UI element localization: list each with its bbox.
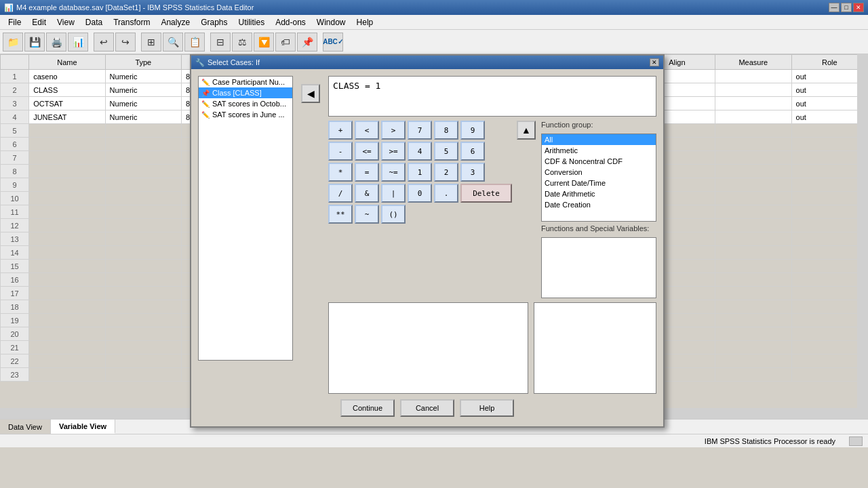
- value-labels-button[interactable]: 🏷: [275, 33, 296, 52]
- function-group-item[interactable]: Date Arithmetic: [542, 188, 656, 199]
- cell-name[interactable]: [29, 165, 105, 178]
- variable-list-item[interactable]: ✏️SAT scores in Octob...: [199, 98, 292, 109]
- redo-button[interactable]: ↪: [115, 33, 136, 52]
- cell-role[interactable]: [791, 368, 867, 382]
- cell-name[interactable]: [29, 368, 105, 382]
- cell-type[interactable]: [105, 246, 181, 260]
- cell-measure[interactable]: [715, 110, 791, 124]
- calc-3[interactable]: 3: [460, 163, 485, 182]
- cancel-button[interactable]: Cancel: [400, 399, 454, 417]
- cell-name[interactable]: [29, 151, 105, 165]
- variable-view-tab[interactable]: Variable View: [51, 420, 115, 434]
- cell-role[interactable]: [791, 165, 867, 178]
- cell-role[interactable]: out: [791, 110, 867, 124]
- cell-name[interactable]: [29, 287, 105, 300]
- expression-input[interactable]: CLASS = 1: [328, 76, 656, 117]
- calc-1[interactable]: 1: [408, 163, 432, 182]
- variable-list-item[interactable]: ✏️SAT scores in June ...: [199, 109, 292, 120]
- cell-role[interactable]: [791, 273, 867, 287]
- maximize-button[interactable]: □: [841, 3, 852, 12]
- cell-type[interactable]: [105, 165, 181, 178]
- menu-addons[interactable]: Add-ons: [270, 16, 311, 28]
- print-button[interactable]: 🖨️: [46, 33, 66, 52]
- insert-cases-button[interactable]: 📋: [184, 33, 205, 52]
- cell-role[interactable]: [791, 151, 867, 165]
- calc-not[interactable]: ~: [355, 205, 379, 224]
- cell-role[interactable]: [791, 341, 867, 354]
- calc-parens[interactable]: (): [381, 205, 406, 224]
- cell-role[interactable]: [791, 178, 867, 192]
- col-role-header[interactable]: Role: [791, 55, 867, 70]
- col-measure-header[interactable]: Measure: [715, 55, 791, 70]
- menu-window[interactable]: Window: [311, 16, 351, 28]
- calc-neq[interactable]: ~=: [381, 163, 406, 182]
- cell-type[interactable]: [105, 368, 181, 382]
- cell-type[interactable]: [105, 151, 181, 165]
- weight-cases-button[interactable]: ⚖: [232, 33, 252, 52]
- window-controls[interactable]: — □ ✕: [829, 3, 864, 12]
- cell-name[interactable]: [29, 273, 105, 287]
- calc-dot[interactable]: .: [434, 184, 458, 203]
- cell-type[interactable]: Numeric: [105, 83, 181, 97]
- use-sets-button[interactable]: 📌: [297, 33, 317, 52]
- cell-type[interactable]: [105, 287, 181, 300]
- cell-type[interactable]: [105, 273, 181, 287]
- calc-power[interactable]: **: [328, 205, 353, 224]
- cell-name[interactable]: [29, 341, 105, 354]
- menu-edit[interactable]: Edit: [26, 16, 52, 28]
- close-button[interactable]: ✕: [853, 3, 864, 12]
- cell-type[interactable]: [105, 354, 181, 368]
- cell-role[interactable]: [791, 205, 867, 219]
- cell-role[interactable]: [791, 246, 867, 260]
- cell-measure[interactable]: [715, 354, 791, 368]
- move-to-expression-button[interactable]: ◀: [301, 84, 320, 103]
- cell-measure[interactable]: [715, 314, 791, 327]
- cell-measure[interactable]: [715, 124, 791, 138]
- cell-name[interactable]: [29, 327, 105, 341]
- variable-list-item[interactable]: ✏️Case Participant Nu...: [199, 77, 292, 87]
- cell-type[interactable]: [105, 124, 181, 138]
- cell-role[interactable]: out: [791, 97, 867, 110]
- cell-role[interactable]: [791, 232, 867, 246]
- calc-plus[interactable]: +: [328, 121, 353, 140]
- menu-help[interactable]: Help: [351, 16, 379, 28]
- cell-name[interactable]: [29, 192, 105, 205]
- menu-file[interactable]: File: [3, 16, 26, 28]
- cell-type[interactable]: [105, 260, 181, 273]
- menu-analyze[interactable]: Analyze: [155, 16, 195, 28]
- cell-measure[interactable]: [715, 138, 791, 151]
- cell-type[interactable]: Numeric: [105, 70, 181, 83]
- cell-measure[interactable]: [715, 219, 791, 232]
- cell-role[interactable]: [791, 138, 867, 151]
- calc-4[interactable]: 4: [408, 142, 432, 161]
- cell-measure[interactable]: [715, 368, 791, 382]
- cell-measure[interactable]: [715, 205, 791, 219]
- calc-2[interactable]: 2: [434, 163, 458, 182]
- split-file-button[interactable]: ⊟: [210, 33, 231, 52]
- calc-8[interactable]: 8: [434, 121, 458, 140]
- cell-measure[interactable]: [715, 300, 791, 314]
- functions-list[interactable]: [541, 237, 656, 298]
- cell-name[interactable]: OCTSAT: [29, 97, 105, 110]
- cell-role[interactable]: [791, 287, 867, 300]
- report-button[interactable]: 📊: [68, 33, 88, 52]
- calc-delete[interactable]: Delete: [460, 184, 512, 203]
- variable-list-panel[interactable]: ✏️Case Participant Nu...📌Class [CLASS]✏️…: [198, 76, 293, 361]
- vertical-scrollbar[interactable]: [857, 54, 868, 419]
- save-button[interactable]: 💾: [24, 33, 45, 52]
- calc-gt[interactable]: >: [381, 121, 406, 140]
- cell-measure[interactable]: [715, 341, 791, 354]
- cell-role[interactable]: [791, 354, 867, 368]
- cell-name[interactable]: [29, 300, 105, 314]
- up-arrow-button[interactable]: ▲: [517, 121, 536, 140]
- data-view-tab[interactable]: Data View: [0, 420, 51, 434]
- cell-role[interactable]: [791, 192, 867, 205]
- cell-type[interactable]: Numeric: [105, 97, 181, 110]
- menu-utilities[interactable]: Utilities: [233, 16, 270, 28]
- calc-eq[interactable]: =: [355, 163, 379, 182]
- calc-9[interactable]: 9: [460, 121, 485, 140]
- continue-button[interactable]: Continue: [340, 399, 395, 417]
- cell-name[interactable]: [29, 260, 105, 273]
- menu-data[interactable]: Data: [80, 16, 108, 28]
- menu-graphs[interactable]: Graphs: [195, 16, 233, 28]
